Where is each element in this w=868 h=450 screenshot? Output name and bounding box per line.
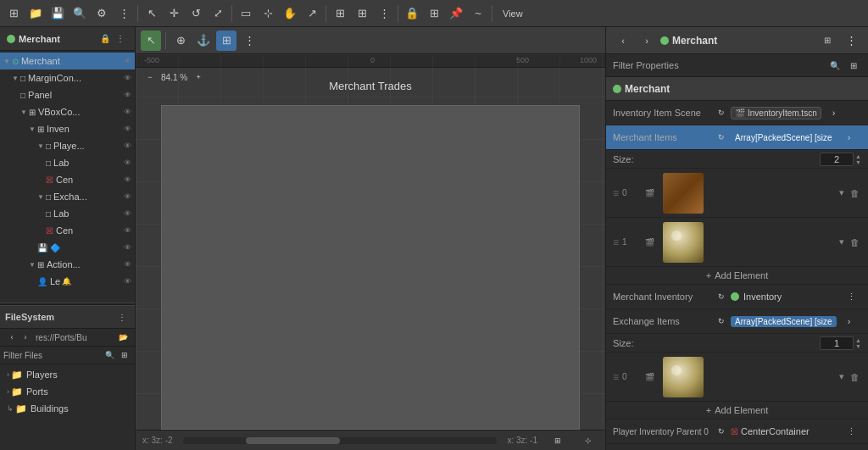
size-input-merchant[interactable] (820, 153, 854, 166)
eye-icons[interactable]: 👁 (124, 243, 131, 252)
prop-merchant-items[interactable]: Merchant Items ↻ Array[PackedScene] [siz… (606, 125, 868, 150)
new-btn[interactable]: ⊞ (3, 3, 24, 24)
merchant-inv-more[interactable]: ⋮ (841, 286, 861, 307)
more-btn[interactable]: ⋮ (114, 3, 134, 24)
item-handle-0[interactable]: ≡ (613, 187, 619, 199)
item-handle-1[interactable]: ≡ (613, 236, 619, 248)
view-btn[interactable]: View (496, 3, 530, 24)
ex-item0-dropdown[interactable]: ▾ (837, 369, 846, 384)
rp-forward[interactable]: › (637, 31, 657, 51)
search-btn[interactable]: 🔍 (70, 3, 90, 24)
eye-lab2[interactable]: 👁 (124, 209, 131, 218)
tree-item-cen2[interactable]: ☒ Cen 👁 (0, 222, 135, 239)
player-inv-refresh[interactable]: ↻ (715, 425, 728, 438)
item0-load[interactable]: 🎬 (639, 183, 659, 203)
add-element-btn-exchange[interactable]: + Add Element (706, 405, 768, 415)
fs-search-btn[interactable]: 🔍 (103, 348, 116, 362)
vp-more[interactable]: ⋮ (239, 31, 259, 51)
vp-anchor[interactable]: ⚓ (193, 31, 214, 51)
fs-item-buildings[interactable]: ↳ 📁 Buildings (0, 400, 135, 417)
ex-item-handle-0[interactable]: ≡ (613, 371, 619, 383)
eye-playe[interactable]: 👁 (124, 142, 131, 150)
spin-down-ex[interactable]: ▼ (855, 343, 861, 349)
eye-action[interactable]: 👁 (124, 260, 131, 269)
vp-select[interactable]: ↖ (141, 31, 161, 51)
fs-item-ports[interactable]: › 📁 Ports (0, 383, 135, 400)
merchant-inv-refresh[interactable]: ↻ (715, 290, 728, 303)
eye-le[interactable]: 👁 (124, 277, 131, 286)
ex-item0-load[interactable]: 🎬 (639, 367, 659, 387)
save-btn[interactable]: 💾 (47, 3, 68, 24)
spin-down[interactable]: ▼ (855, 159, 861, 165)
eye-inven[interactable]: 👁 (124, 125, 131, 133)
tree-item-inven[interactable]: ▼ ⊞ Inven 👁 (0, 120, 135, 137)
eye-cen2[interactable]: 👁 (124, 226, 131, 235)
merge-btn[interactable]: ⊞ (424, 3, 444, 24)
tree-item-excha[interactable]: ▼ □ Excha... 👁 (0, 188, 135, 205)
grid2-btn[interactable]: ⊞ (352, 3, 372, 24)
move-btn[interactable]: ✛ (164, 3, 184, 24)
select-btn[interactable]: ↖ (142, 3, 162, 24)
tree-item-icons[interactable]: 💾 🔷 👁 (0, 239, 135, 256)
eye-panel[interactable]: 👁 (124, 91, 131, 99)
zoom-in[interactable]: + (191, 69, 206, 85)
viewport-canvas[interactable]: -500 0 500 1000 − 84.1 % + Merchant Trad… (136, 54, 605, 430)
vp-grid[interactable]: ⊞ (216, 31, 236, 51)
fs-path-btn[interactable]: 📂 (116, 331, 130, 344)
rotate-btn[interactable]: ↺ (186, 3, 206, 24)
more2-btn[interactable]: ⋮ (374, 3, 394, 24)
spin-up-ex[interactable]: ▲ (855, 337, 861, 343)
vp-snap[interactable]: ⊹ (578, 431, 598, 451)
tree-item-margincon[interactable]: ▼ □ MarginCon... 👁 (0, 69, 135, 86)
eye-cen1[interactable]: 👁 (124, 175, 131, 184)
eye-excha[interactable]: 👁 (124, 192, 131, 201)
inv-scene-refresh[interactable]: ↻ (715, 106, 728, 119)
scrollbar-h[interactable] (183, 437, 498, 444)
eye-vboxco[interactable]: 👁 (124, 108, 131, 116)
eye-merchant[interactable]: 👁 (124, 57, 131, 65)
eye-lab1[interactable]: 👁 (124, 158, 131, 167)
wave-btn[interactable]: ~ (468, 3, 488, 24)
canvas-area[interactable] (161, 105, 580, 430)
snap-btn[interactable]: ⊹ (258, 3, 278, 24)
fp-settings[interactable]: ⊞ (846, 58, 861, 73)
exchange-more[interactable]: › (839, 311, 860, 331)
arrow2-btn[interactable]: ↗ (302, 3, 322, 24)
item1-delete[interactable]: 🗑 (849, 236, 861, 249)
merchant-items-refresh[interactable]: ↻ (715, 131, 728, 144)
tree-item-panel[interactable]: □ Panel 👁 (0, 86, 135, 103)
hand-btn[interactable]: ✋ (280, 3, 300, 24)
grid-btn[interactable]: ⊞ (330, 3, 350, 24)
rect-btn[interactable]: ▭ (236, 3, 256, 24)
size-input-exchange[interactable] (820, 336, 854, 350)
open-btn[interactable]: 📁 (25, 3, 46, 24)
eye-margincon[interactable]: 👁 (124, 74, 131, 82)
lock-btn[interactable]: 🔒 (402, 3, 422, 24)
zoom-out[interactable]: − (142, 69, 158, 85)
inv-scene-more[interactable]: › (824, 103, 844, 123)
spin-up[interactable]: ▲ (855, 153, 861, 159)
fs-sort-btn[interactable]: ⊞ (118, 348, 131, 362)
item1-dropdown[interactable]: ▾ (837, 235, 846, 249)
pin-btn[interactable]: 📌 (446, 3, 466, 24)
rp-back[interactable]: ‹ (613, 31, 633, 51)
fp-search[interactable]: 🔍 (827, 58, 843, 73)
scene-lock[interactable]: 🔒 (97, 31, 113, 47)
fs-item-players[interactable]: › 📁 Players (0, 366, 135, 383)
scene-more[interactable]: ⋮ (113, 31, 128, 47)
item0-delete[interactable]: 🗑 (849, 186, 861, 200)
tree-item-merchant[interactable]: ▼ ⊙ Merchant 👁 (0, 53, 135, 69)
fs-more[interactable]: ⋮ (114, 309, 130, 325)
rp-more[interactable]: ⋮ (841, 31, 861, 51)
build-btn[interactable]: ⚙ (92, 3, 112, 24)
tree-item-lab1[interactable]: □ Lab 👁 (0, 154, 135, 171)
tree-item-playe[interactable]: ▼ □ Playe... 👁 (0, 137, 135, 154)
add-element-btn-merchant[interactable]: + Add Element (706, 270, 768, 281)
vp-expand[interactable]: ⊞ (548, 431, 568, 451)
tree-item-lab2[interactable]: □ Lab 👁 (0, 205, 135, 222)
tree-item-le[interactable]: 👤 Le 🔔 👁 (0, 273, 135, 290)
fs-back[interactable]: ‹ (5, 331, 19, 344)
player-inv-more[interactable]: ⋮ (841, 421, 861, 442)
rp-history[interactable]: ⊞ (817, 31, 837, 51)
inv-scene-link[interactable]: 🎬 InventoryItem.tscn (731, 107, 821, 119)
